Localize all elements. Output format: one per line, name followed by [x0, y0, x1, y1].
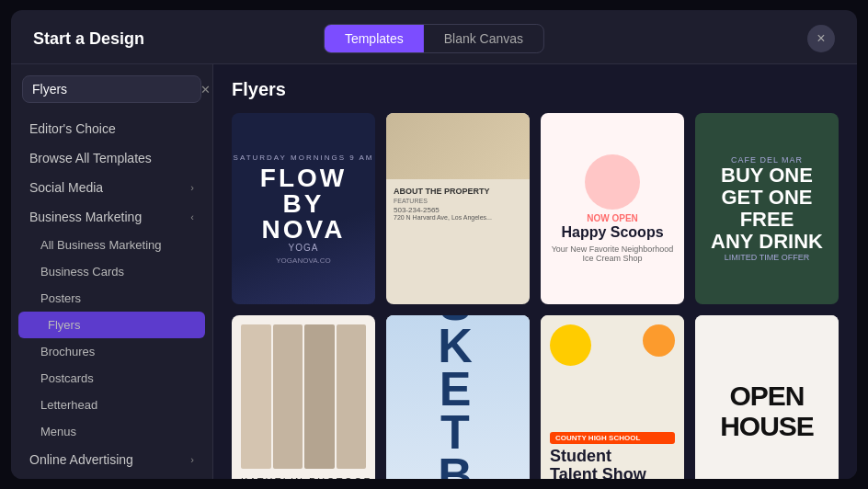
- template-card-studentshow[interactable]: COUNTY HIGH SCHOOL StudentTalent Show A …: [541, 315, 684, 479]
- sidebar-item-menus[interactable]: Menus: [11, 418, 212, 445]
- icecream-illustration: [585, 154, 640, 210]
- template-card-basketball[interactable]: BASKETBALL FRIDAY SEPTEMBER 2024: [386, 315, 530, 479]
- tab-templates[interactable]: Templates: [325, 25, 424, 52]
- search-box: ✕ 🔍: [22, 75, 201, 103]
- sidebar-item-postcards[interactable]: Postcards: [11, 365, 212, 392]
- clear-search-button[interactable]: ✕: [200, 83, 211, 97]
- close-button[interactable]: ×: [807, 25, 835, 52]
- section-title: Flyers: [232, 79, 839, 100]
- search-input[interactable]: [32, 82, 193, 97]
- chevron-up-icon: ‹: [190, 211, 194, 222]
- template-card-yoga[interactable]: SATURDAY MORNINGS 9 AM FLOWBYNOVA YOGA Y…: [232, 113, 375, 304]
- sidebar-item-flyers[interactable]: Flyers: [18, 312, 205, 338]
- template-card-icecream[interactable]: NOW OPEN Happy Scoops Your New Favorite …: [541, 113, 684, 304]
- main-content: Flyers SATURDAY MORNINGS 9 AM FLOWBYNOVA…: [213, 64, 857, 479]
- tab-blank-canvas[interactable]: Blank Canvas: [424, 25, 543, 52]
- chevron-down-icon: ›: [190, 182, 194, 193]
- template-grid: SATURDAY MORNINGS 9 AM FLOWBYNOVA YOGA Y…: [232, 113, 839, 479]
- start-a-design-modal: Start a Design Templates Blank Canvas × …: [11, 10, 857, 479]
- sidebar-section-online-advertising[interactable]: Online Advertising ›: [11, 445, 212, 474]
- sidebar-item-business-cards[interactable]: Business Cards: [11, 258, 212, 285]
- chevron-down-icon-2: ›: [190, 454, 194, 465]
- sidebar-section-business-marketing[interactable]: Business Marketing ‹: [11, 202, 212, 232]
- modal-header: Start a Design Templates Blank Canvas ×: [11, 10, 857, 64]
- template-card-photography[interactable]: KATHELIN.PHOTOGRAPHY. Fine Art Photograp…: [232, 315, 375, 479]
- modal-title: Start a Design: [33, 29, 144, 49]
- modal-body: ✕ 🔍 Editor's Choice Browse All Templates…: [11, 64, 857, 479]
- template-card-openhouse[interactable]: OPENHOUSE LOCATION AND TIME INFO: [695, 315, 839, 479]
- modal-overlay: Start a Design Templates Blank Canvas × …: [0, 0, 868, 489]
- sidebar-item-browse-all[interactable]: Browse All Templates: [11, 143, 212, 173]
- sidebar-item-brochures[interactable]: Brochures: [11, 338, 212, 365]
- guitar-decoration: [550, 324, 591, 366]
- sidebar: ✕ 🔍 Editor's Choice Browse All Templates…: [11, 64, 213, 479]
- sidebar-item-editors-choice[interactable]: Editor's Choice: [11, 114, 212, 143]
- template-card-property[interactable]: ABOUT THE PROPERTY FEATURES 503-234-2565…: [386, 113, 530, 304]
- sidebar-section-social-media[interactable]: Social Media ›: [11, 173, 212, 202]
- template-card-cafe[interactable]: CAFE DEL MAR BUY ONEGET ONEFREEANY DRINK…: [695, 113, 839, 304]
- sidebar-item-all-business-marketing[interactable]: All Business Marketing: [11, 232, 212, 258]
- sidebar-item-posters[interactable]: Posters: [11, 285, 212, 312]
- sidebar-item-letterhead[interactable]: Letterhead: [11, 392, 212, 418]
- tab-group: Templates Blank Canvas: [324, 24, 544, 53]
